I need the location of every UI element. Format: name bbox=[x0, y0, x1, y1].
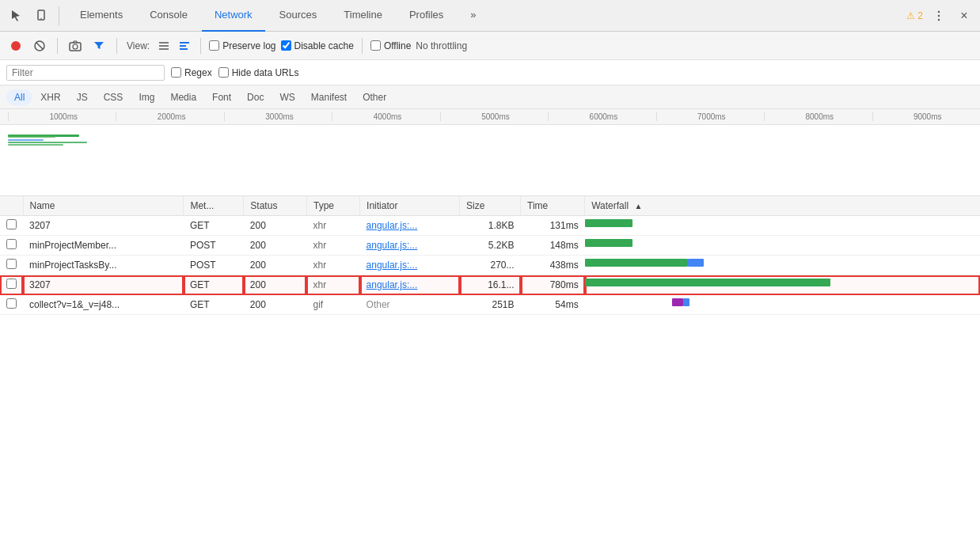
no-throttling-label: No throttling bbox=[416, 40, 467, 51]
type-filter-font[interactable]: Font bbox=[204, 89, 239, 105]
warning-badge[interactable]: ⚠ 2 bbox=[906, 10, 923, 21]
ruler-tick: 1000ms bbox=[8, 112, 116, 121]
svg-point-5 bbox=[11, 41, 21, 51]
camera-icon[interactable] bbox=[66, 36, 85, 55]
row-status: 200 bbox=[244, 236, 307, 256]
row-initiator[interactable]: Other bbox=[360, 295, 460, 315]
row-initiator[interactable]: angular.js:... bbox=[360, 256, 460, 275]
regex-checkbox[interactable]: Regex bbox=[171, 67, 212, 78]
type-filter-ws[interactable]: WS bbox=[272, 89, 302, 105]
row-status: 200 bbox=[244, 256, 307, 275]
requests-table: Name Met... Status Type Initiator Size T… bbox=[0, 196, 980, 315]
row-name[interactable]: collect?v=1&_v=j48... bbox=[23, 295, 184, 315]
table-row[interactable]: 3207GET200xhrangular.js:...1.8KB131ms bbox=[0, 216, 980, 236]
row-initiator[interactable]: angular.js:... bbox=[360, 275, 460, 295]
disable-cache-label: Disable cache bbox=[294, 40, 354, 51]
row-checkbox[interactable] bbox=[6, 239, 17, 249]
svg-rect-15 bbox=[180, 48, 188, 50]
ruler-tick: 8000ms bbox=[764, 112, 872, 121]
devtools-icons bbox=[6, 6, 59, 25]
col-waterfall[interactable]: Waterfall ▲ bbox=[585, 196, 980, 216]
row-time: 131ms bbox=[521, 216, 585, 236]
type-filter-doc[interactable]: Doc bbox=[239, 89, 272, 105]
tab-more[interactable]: » bbox=[458, 0, 488, 32]
svg-rect-13 bbox=[180, 42, 189, 44]
hide-data-urls-checkbox[interactable]: Hide data URLs bbox=[218, 67, 299, 78]
row-checkbox-cell bbox=[0, 256, 23, 275]
row-initiator[interactable]: angular.js:... bbox=[360, 236, 460, 256]
col-status[interactable]: Status bbox=[244, 196, 307, 216]
row-checkbox-cell bbox=[0, 236, 23, 256]
col-type[interactable]: Type bbox=[306, 196, 359, 216]
row-type: xhr bbox=[306, 275, 359, 295]
mobile-icon[interactable] bbox=[32, 6, 51, 25]
timeline-area: 1000ms2000ms3000ms4000ms5000ms6000ms7000… bbox=[0, 109, 980, 196]
offline-checkbox[interactable]: Offline bbox=[370, 40, 411, 51]
svg-rect-14 bbox=[180, 45, 186, 47]
record-button[interactable] bbox=[6, 36, 25, 55]
hide-data-urls-label: Hide data URLs bbox=[232, 67, 299, 78]
preserve-log-input[interactable] bbox=[209, 40, 219, 51]
filter-icon[interactable] bbox=[89, 36, 108, 55]
row-checkbox[interactable] bbox=[6, 279, 17, 289]
row-name[interactable]: 3207 bbox=[23, 275, 184, 295]
type-filter-other[interactable]: Other bbox=[355, 89, 394, 105]
disable-cache-checkbox[interactable]: Disable cache bbox=[281, 40, 354, 51]
tab-console[interactable]: Console bbox=[137, 0, 200, 32]
table-row[interactable]: 3207GET200xhrangular.js:...16.1...780ms bbox=[0, 275, 980, 295]
preserve-log-checkbox[interactable]: Preserve log bbox=[209, 40, 275, 51]
row-name[interactable]: minProjectMember... bbox=[23, 236, 184, 256]
row-waterfall bbox=[585, 295, 980, 315]
col-initiator[interactable]: Initiator bbox=[360, 196, 460, 216]
col-time[interactable]: Time bbox=[521, 196, 585, 216]
tab-profiles[interactable]: Profiles bbox=[397, 0, 456, 32]
disable-cache-input[interactable] bbox=[281, 40, 291, 51]
waterfall-view-icon[interactable] bbox=[177, 38, 192, 54]
preserve-log-label: Preserve log bbox=[222, 40, 275, 51]
table-row[interactable]: minProjectMember...POST200xhrangular.js:… bbox=[0, 236, 980, 256]
more-options-icon[interactable] bbox=[929, 6, 948, 25]
row-checkbox[interactable] bbox=[6, 259, 17, 269]
toolbar: View: Preserve log Disable cache Offline… bbox=[0, 32, 980, 60]
type-filter-all[interactable]: All bbox=[6, 89, 32, 105]
type-filter-manifest[interactable]: Manifest bbox=[303, 89, 355, 105]
ruler-tick: 9000ms bbox=[872, 112, 980, 121]
svg-point-3 bbox=[938, 14, 940, 16]
timeline-ruler: 1000ms2000ms3000ms4000ms5000ms6000ms7000… bbox=[0, 109, 980, 125]
row-checkbox[interactable] bbox=[6, 298, 17, 309]
svg-point-9 bbox=[73, 44, 78, 49]
offline-input[interactable] bbox=[370, 40, 381, 51]
tab-timeline[interactable]: Timeline bbox=[331, 0, 395, 32]
row-time: 438ms bbox=[521, 256, 585, 275]
row-size: 270... bbox=[460, 256, 521, 275]
type-filter-bar: AllXHRJSCSSImgMediaFontDocWSManifestOthe… bbox=[0, 85, 980, 109]
tab-elements[interactable]: Elements bbox=[67, 0, 135, 32]
type-filter-img[interactable]: Img bbox=[131, 89, 162, 105]
type-filter-css[interactable]: CSS bbox=[96, 89, 131, 105]
type-filter-js[interactable]: JS bbox=[69, 89, 96, 105]
col-name[interactable]: Name bbox=[23, 196, 184, 216]
type-filter-xhr[interactable]: XHR bbox=[32, 89, 68, 105]
col-method[interactable]: Met... bbox=[184, 196, 244, 216]
warning-count: 2 bbox=[917, 10, 923, 21]
hide-data-urls-input[interactable] bbox=[218, 67, 229, 78]
clear-button[interactable] bbox=[30, 36, 49, 55]
row-name[interactable]: 3207 bbox=[23, 216, 184, 236]
type-filter-media[interactable]: Media bbox=[162, 89, 204, 105]
row-method: POST bbox=[184, 236, 244, 256]
close-icon[interactable]: × bbox=[955, 6, 974, 25]
table-row[interactable]: minProjectTasksBy...POST200xhrangular.js… bbox=[0, 256, 980, 275]
row-checkbox[interactable] bbox=[6, 219, 17, 229]
row-name[interactable]: minProjectTasksBy... bbox=[23, 256, 184, 275]
tab-network[interactable]: Network bbox=[202, 0, 265, 32]
regex-input[interactable] bbox=[171, 67, 181, 78]
row-waterfall bbox=[585, 256, 980, 275]
list-view-icon[interactable] bbox=[156, 38, 172, 54]
tab-sources[interactable]: Sources bbox=[267, 0, 330, 32]
filter-input[interactable] bbox=[6, 65, 165, 81]
table-row[interactable]: collect?v=1&_v=j48...GET200gifOther251B5… bbox=[0, 295, 980, 315]
svg-point-1 bbox=[40, 17, 41, 18]
col-size[interactable]: Size bbox=[460, 196, 521, 216]
cursor-icon[interactable] bbox=[6, 6, 25, 25]
row-initiator[interactable]: angular.js:... bbox=[360, 216, 460, 236]
